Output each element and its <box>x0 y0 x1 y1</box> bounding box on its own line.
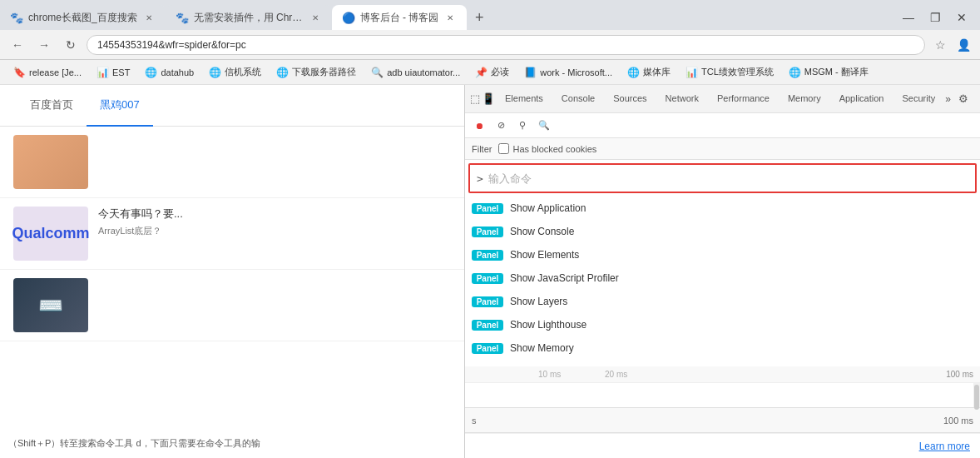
bookmark-bidu[interactable]: 📌 必读 <box>468 62 516 82</box>
page-articles: Qualcomm 今天有事吗？要... ArrayList底层？ ⌨️ <box>0 127 464 341</box>
back-button[interactable]: ← <box>7 34 28 56</box>
bookmark-release[interactable]: 🔖 release [Je... <box>7 62 88 82</box>
nav-heiji[interactable]: 黑鸡007 <box>87 85 153 127</box>
bookmark-media[interactable]: 🌐 媒体库 <box>621 62 677 82</box>
bookmark-media-icon: 🌐 <box>627 67 640 78</box>
bookmark-xinjixitong[interactable]: 🌐 信机系统 <box>202 62 268 82</box>
tab-2[interactable]: 🐾 无需安装插件，用 Chrome 原生... ✕ <box>166 5 332 30</box>
bookmarks-bar: 🔖 release [Je... 📊 EST 🌐 datahub 🌐 信机系统 … <box>0 60 980 85</box>
tab-console[interactable]: Console <box>553 85 603 113</box>
nav-baidu-home[interactable]: 百度首页 <box>17 85 87 127</box>
tab-security[interactable]: Security <box>893 85 943 113</box>
scrollbar-thumb <box>974 385 979 410</box>
address-bar: ← → ↻ 14554353194&wfr=spider&for=pc ☆ 👤 <box>0 30 980 60</box>
autocomplete-badge: Panel <box>472 227 503 237</box>
tab-sources[interactable]: Sources <box>605 85 655 113</box>
minimize-button[interactable]: — <box>897 8 920 27</box>
tab-3[interactable]: 🔵 博客后台 - 博客园 ✕ <box>332 5 468 30</box>
inspect-icon[interactable]: ⬚ <box>470 88 480 110</box>
bookmark-work-icon: 📘 <box>524 67 537 78</box>
bookmark-icon[interactable]: ☆ <box>930 35 950 55</box>
devtools-toolbar: ⬚ 📱 Elements Console Sources Network Per… <box>465 85 980 113</box>
autocomplete-badge: Panel <box>472 343 503 354</box>
timeline-scrollbar[interactable] <box>973 383 980 407</box>
search-button[interactable]: 🔍 <box>535 117 553 135</box>
tab-performance[interactable]: Performance <box>709 85 778 113</box>
has-blocked-cookies-text: Has blocked cookies <box>512 144 596 154</box>
has-blocked-cookies-checkbox[interactable] <box>498 143 509 154</box>
bookmark-release-icon: 🔖 <box>13 67 26 78</box>
timeline-area: 10 ms 20 ms 100 ms s 100 ms <box>465 366 980 433</box>
autocomplete-item[interactable]: PanelShow JavaScript Profiler <box>465 266 980 290</box>
command-input-field[interactable] <box>488 172 968 185</box>
article-row-2: Qualcomm 今天有事吗？要... ArrayList底层？ <box>0 198 464 270</box>
settings-icon[interactable]: ⚙ <box>953 88 974 110</box>
ruler-mark-20ms: 20 ms <box>605 370 627 379</box>
maximize-button[interactable]: ❐ <box>923 8 947 27</box>
address-input[interactable]: 14554353194&wfr=spider&for=pc <box>87 35 925 55</box>
tab-overflow[interactable]: » <box>945 85 951 113</box>
autocomplete-label: Show Lighthouse <box>510 319 587 331</box>
tab-1-close[interactable]: ✕ <box>142 11 156 24</box>
record-button[interactable]: ⏺ <box>470 117 488 135</box>
network-right-label: 100 ms <box>943 416 973 426</box>
bookmark-media-label: 媒体库 <box>643 66 671 78</box>
tab-1[interactable]: 🐾 chrome长截图_百度搜索 ✕ <box>0 5 166 30</box>
tab-memory[interactable]: Memory <box>780 85 829 113</box>
article-3-text <box>98 278 451 332</box>
filter-button[interactable]: ⚲ <box>513 117 532 135</box>
autocomplete-badge: Panel <box>472 250 503 261</box>
article-row-3: ⌨️ <box>0 270 464 341</box>
autocomplete-item[interactable]: PanelShow Memory <box>465 336 980 360</box>
article-2-desc: ArrayList底层？ <box>98 225 451 237</box>
more-icon[interactable]: ⋮ <box>976 88 980 110</box>
autocomplete-label: Show Console <box>510 226 574 237</box>
close-button[interactable]: ✕ <box>950 8 973 27</box>
bookmark-est-label: EST <box>112 67 130 77</box>
article-2-title: 今天有事吗？要... <box>98 207 451 222</box>
page-content: 百度首页 黑鸡007 Qualcomm 今天有事吗？要... ArrayList… <box>0 85 464 458</box>
filter-bar: Filter Has blocked cookies <box>465 138 980 160</box>
bookmark-datahub-icon: 🌐 <box>145 67 157 78</box>
bookmark-est[interactable]: 📊 EST <box>90 62 136 82</box>
tab-network[interactable]: Network <box>657 85 707 113</box>
responsive-icon[interactable]: 📱 <box>482 88 495 110</box>
bookmark-download[interactable]: 🌐 下载服务器路径 <box>270 62 363 82</box>
learn-more-row: Learn more <box>465 433 980 458</box>
clear-button[interactable]: ⊘ <box>492 117 510 135</box>
bookmark-download-icon: 🌐 <box>276 67 289 78</box>
autocomplete-item[interactable]: PanelShow Console <box>465 220 980 243</box>
tab-2-close[interactable]: ✕ <box>309 11 322 24</box>
bookmark-tcl[interactable]: 📊 TCL绩效管理系统 <box>679 62 780 82</box>
bookmark-adb-icon: 🔍 <box>371 67 384 78</box>
page-nav: 百度首页 黑鸡007 <box>0 85 464 127</box>
bookmark-work[interactable]: 📘 work - Microsoft... <box>517 62 619 82</box>
network-row: s 100 ms <box>465 407 980 432</box>
reload-button[interactable]: ↻ <box>60 34 82 56</box>
tab-application[interactable]: Application <box>831 85 893 113</box>
tab-1-title: chrome长截图_百度搜索 <box>28 11 137 25</box>
new-tab-button[interactable]: + <box>467 5 492 30</box>
profile-icon[interactable]: 👤 <box>953 35 973 55</box>
console-toolbar: ⏺ ⊘ ⚲ 🔍 <box>465 113 980 138</box>
command-input-row: > <box>468 163 977 193</box>
autocomplete-item[interactable]: PanelShow Lighthouse <box>465 313 980 336</box>
tab-elements[interactable]: Elements <box>497 85 552 113</box>
forward-button[interactable]: → <box>33 34 55 56</box>
autocomplete-badge: Panel <box>472 296 503 307</box>
bookmark-datahub[interactable]: 🌐 datahub <box>138 62 200 82</box>
tab-3-close[interactable]: ✕ <box>443 11 457 24</box>
window-controls: — ❐ ✕ <box>897 8 980 30</box>
autocomplete-item[interactable]: PanelShow Application <box>465 197 980 220</box>
autocomplete-label: Show Elements <box>510 249 579 261</box>
autocomplete-label: Show Layers <box>510 296 567 307</box>
autocomplete-label: Show JavaScript Profiler <box>510 272 619 284</box>
autocomplete-item[interactable]: PanelShow Elements <box>465 243 980 266</box>
learn-more-link[interactable]: Learn more <box>919 441 970 452</box>
devtools-panel: ⬚ 📱 Elements Console Sources Network Per… <box>464 85 980 458</box>
autocomplete-item[interactable]: PanelShow Layers <box>465 290 980 313</box>
network-left-label: s <box>472 416 477 426</box>
bookmark-adb[interactable]: 🔍 adb uiautomator... <box>364 62 467 82</box>
bookmark-msgm[interactable]: 🌐 MSGM - 翻译库 <box>782 62 875 82</box>
article-1-text <box>98 135 451 189</box>
